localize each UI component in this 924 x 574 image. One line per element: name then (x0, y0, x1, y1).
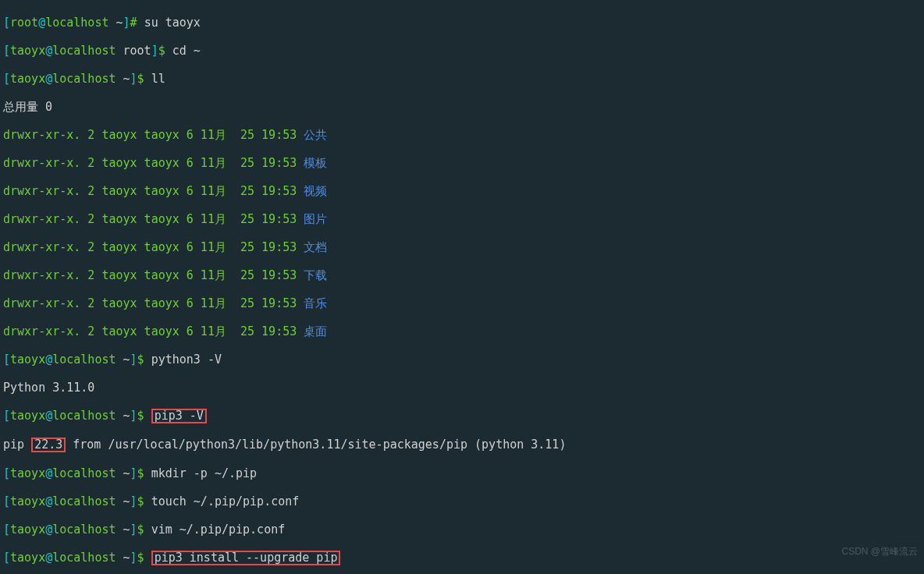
ls-row: drwxr-xr-x. 2 taoyx taoyx 6 11月 25 19:53… (3, 184, 921, 198)
ls-row: drwxr-xr-x. 2 taoyx taoyx 6 11月 25 19:53… (3, 156, 921, 170)
ls-row: drwxr-xr-x. 2 taoyx taoyx 6 11月 25 19:53… (3, 128, 921, 142)
line-mkdir: [taoyx@localhost ~]$ mkdir -p ~/.pip (3, 466, 921, 480)
watermark: CSDN @雪峰流云 (841, 544, 918, 558)
ls-row: drwxr-xr-x. 2 taoyx taoyx 6 11月 25 19:53… (3, 240, 921, 254)
out-python-v: Python 3.11.0 (3, 381, 921, 395)
terminal[interactable]: [root@localhost ~]# su taoyx [taoyx@loca… (0, 0, 924, 574)
highlight-pip-v: pip3 -V (151, 409, 207, 423)
ls-row: drwxr-xr-x. 2 taoyx taoyx 6 11月 25 19:53… (3, 212, 921, 226)
out-pip-v: pip 22.3 from /usr/local/python3/lib/pyt… (3, 438, 921, 452)
line-upgrade: [taoyx@localhost ~]$ pip3 install --upgr… (3, 551, 921, 565)
ll-header: 总用量 0 (3, 100, 921, 114)
line-touch: [taoyx@localhost ~]$ touch ~/.pip/pip.co… (3, 494, 921, 508)
line-python-v: [taoyx@localhost ~]$ python3 -V (3, 353, 921, 367)
ls-row: drwxr-xr-x. 2 taoyx taoyx 6 11月 25 19:53… (3, 268, 921, 282)
ls-row: drwxr-xr-x. 2 taoyx taoyx 6 11月 25 19:53… (3, 296, 921, 310)
highlight-pip-ver: 22.3 (31, 438, 66, 452)
line-pip-v: [taoyx@localhost ~]$ pip3 -V (3, 409, 921, 423)
line-ll: [taoyx@localhost ~]$ ll (3, 72, 921, 86)
ls-row: drwxr-xr-x. 2 taoyx taoyx 6 11月 25 19:53… (3, 324, 921, 338)
line-su: [root@localhost ~]# su taoyx (3, 16, 921, 30)
line-cd: [taoyx@localhost root]$ cd ~ (3, 44, 921, 58)
line-vim: [taoyx@localhost ~]$ vim ~/.pip/pip.conf (3, 523, 921, 537)
highlight-upgrade: pip3 install --upgrade pip (151, 551, 341, 565)
